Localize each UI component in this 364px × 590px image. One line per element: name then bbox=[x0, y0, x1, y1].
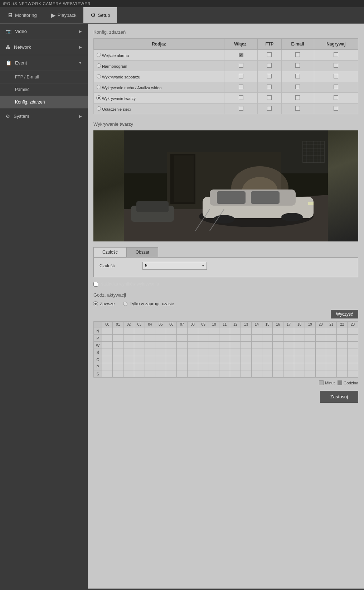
schedule-cell[interactable] bbox=[230, 342, 241, 349]
schedule-cell[interactable] bbox=[145, 349, 155, 356]
schedule-cell[interactable] bbox=[123, 356, 134, 363]
sidebar-item-network[interactable]: 🖧 Network ▶ bbox=[0, 39, 88, 55]
schedule-cell[interactable] bbox=[262, 356, 273, 363]
schedule-cell[interactable] bbox=[315, 370, 326, 378]
schedule-cell[interactable] bbox=[155, 349, 166, 356]
schedule-cell[interactable] bbox=[134, 363, 145, 370]
schedule-cell[interactable] bbox=[283, 349, 294, 356]
schedule-cell[interactable] bbox=[241, 342, 251, 349]
schedule-cell[interactable] bbox=[209, 370, 219, 378]
schedule-cell[interactable] bbox=[102, 342, 113, 349]
schedule-cell[interactable] bbox=[198, 356, 209, 363]
schedule-cell[interactable] bbox=[305, 370, 315, 378]
schedule-cell[interactable] bbox=[294, 363, 305, 370]
event-checkbox-nagrywaj[interactable] bbox=[334, 106, 338, 111]
schedule-cell[interactable] bbox=[209, 327, 219, 335]
schedule-cell[interactable] bbox=[187, 342, 198, 349]
schedule-cell[interactable] bbox=[155, 356, 166, 363]
schedule-cell[interactable] bbox=[102, 327, 113, 335]
schedule-cell[interactable] bbox=[305, 335, 315, 342]
schedule-cell[interactable] bbox=[251, 342, 262, 349]
schedule-cell[interactable] bbox=[219, 335, 230, 342]
schedule-cell[interactable] bbox=[294, 370, 305, 378]
schedule-cell[interactable] bbox=[262, 327, 273, 335]
schedule-cell[interactable] bbox=[155, 342, 166, 349]
schedule-cell[interactable] bbox=[209, 363, 219, 370]
event-checkbox-ftp[interactable] bbox=[267, 85, 272, 89]
tab-czulosc[interactable]: Czułość bbox=[93, 247, 127, 257]
schedule-cell[interactable] bbox=[241, 356, 251, 363]
schedule-cell[interactable] bbox=[337, 363, 348, 370]
schedule-cell[interactable] bbox=[113, 356, 123, 363]
schedule-cell[interactable] bbox=[283, 327, 294, 335]
schedule-cell[interactable] bbox=[166, 349, 177, 356]
apply-button[interactable]: Zastosuj bbox=[320, 391, 358, 403]
event-radio[interactable] bbox=[97, 53, 101, 57]
radio-tylko[interactable]: Tylko w zaprogr. czasie bbox=[123, 301, 174, 306]
schedule-cell[interactable] bbox=[102, 356, 113, 363]
event-checkbox-email[interactable] bbox=[295, 52, 300, 57]
schedule-cell[interactable] bbox=[166, 370, 177, 378]
schedule-cell[interactable] bbox=[348, 335, 358, 342]
schedule-cell[interactable] bbox=[145, 370, 155, 378]
schedule-cell[interactable] bbox=[198, 327, 209, 335]
schedule-cell[interactable] bbox=[283, 342, 294, 349]
schedule-cell[interactable] bbox=[198, 342, 209, 349]
schedule-cell[interactable] bbox=[123, 370, 134, 378]
schedule-cell[interactable] bbox=[123, 342, 134, 349]
schedule-cell[interactable] bbox=[134, 370, 145, 378]
radio-zawsze[interactable]: Zawsze bbox=[93, 301, 115, 306]
event-checkbox-wlacz[interactable] bbox=[239, 63, 243, 68]
schedule-cell[interactable] bbox=[262, 342, 273, 349]
schedule-cell[interactable] bbox=[294, 327, 305, 335]
schedule-cell[interactable] bbox=[326, 363, 337, 370]
schedule-cell[interactable] bbox=[315, 327, 326, 335]
schedule-cell[interactable] bbox=[113, 363, 123, 370]
event-radio[interactable] bbox=[97, 85, 101, 89]
schedule-cell[interactable] bbox=[251, 363, 262, 370]
schedule-cell[interactable] bbox=[102, 335, 113, 342]
schedule-cell[interactable] bbox=[315, 342, 326, 349]
event-checkbox-email[interactable] bbox=[295, 74, 300, 78]
schedule-cell[interactable] bbox=[177, 363, 188, 370]
schedule-cell[interactable] bbox=[134, 349, 145, 356]
sidebar-item-video[interactable]: 📷 Video ▶ bbox=[0, 24, 88, 39]
event-checkbox-email[interactable] bbox=[295, 85, 300, 89]
schedule-cell[interactable] bbox=[145, 356, 155, 363]
schedule-cell[interactable] bbox=[209, 349, 219, 356]
tab-obszar[interactable]: Obszar bbox=[127, 247, 159, 257]
schedule-cell[interactable] bbox=[198, 363, 209, 370]
event-checkbox-ftp[interactable] bbox=[267, 95, 272, 100]
schedule-cell[interactable] bbox=[209, 356, 219, 363]
schedule-cell[interactable] bbox=[305, 356, 315, 363]
schedule-cell[interactable] bbox=[219, 356, 230, 363]
schedule-cell[interactable] bbox=[273, 370, 283, 378]
schedule-cell[interactable] bbox=[187, 370, 198, 378]
schedule-cell[interactable] bbox=[251, 349, 262, 356]
schedule-cell[interactable] bbox=[294, 349, 305, 356]
schedule-cell[interactable] bbox=[177, 335, 188, 342]
schedule-cell[interactable] bbox=[134, 356, 145, 363]
event-checkbox-nagrywaj[interactable] bbox=[334, 74, 338, 78]
schedule-cell[interactable] bbox=[209, 335, 219, 342]
schedule-cell[interactable] bbox=[315, 363, 326, 370]
schedule-cell[interactable] bbox=[283, 363, 294, 370]
schedule-cell[interactable] bbox=[305, 349, 315, 356]
schedule-cell[interactable] bbox=[337, 327, 348, 335]
tab-setup[interactable]: ⚙ Setup bbox=[83, 7, 117, 23]
schedule-cell[interactable] bbox=[348, 342, 358, 349]
sidebar-item-system[interactable]: ⚙ System ▶ bbox=[0, 109, 88, 124]
schedule-cell[interactable] bbox=[230, 363, 241, 370]
schedule-cell[interactable] bbox=[305, 363, 315, 370]
schedule-cell[interactable] bbox=[209, 342, 219, 349]
schedule-cell[interactable] bbox=[113, 335, 123, 342]
schedule-cell[interactable] bbox=[315, 356, 326, 363]
schedule-cell[interactable] bbox=[187, 327, 198, 335]
schedule-cell[interactable] bbox=[283, 370, 294, 378]
event-radio[interactable] bbox=[97, 96, 101, 100]
event-radio[interactable] bbox=[97, 106, 101, 111]
event-checkbox-wlacz[interactable] bbox=[239, 85, 243, 89]
tab-playback[interactable]: ▶ Playback bbox=[44, 7, 84, 23]
schedule-cell[interactable] bbox=[187, 335, 198, 342]
schedule-cell[interactable] bbox=[155, 363, 166, 370]
